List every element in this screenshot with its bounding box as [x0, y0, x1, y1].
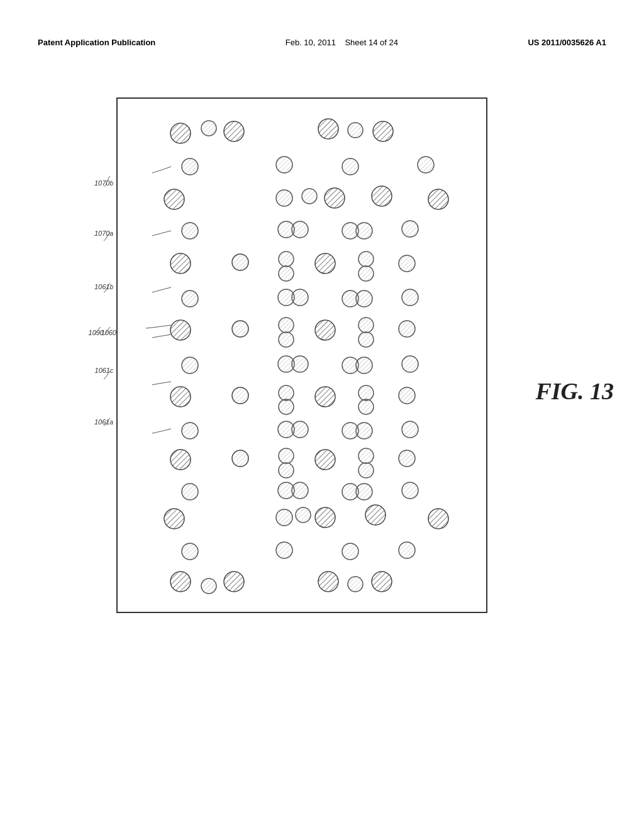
- svg-point-66: [402, 421, 418, 438]
- svg-point-45: [358, 332, 374, 347]
- label-1060: 1060: [101, 329, 116, 336]
- svg-point-43: [315, 320, 335, 340]
- svg-point-12: [418, 157, 434, 173]
- svg-point-15: [302, 189, 317, 204]
- svg-point-37: [356, 290, 372, 307]
- svg-point-73: [358, 463, 374, 478]
- label-1061a: 1061a: [94, 418, 113, 426]
- svg-point-92: [201, 578, 216, 594]
- svg-point-77: [292, 482, 308, 499]
- svg-point-13: [164, 189, 184, 209]
- svg-point-90: [399, 542, 415, 558]
- svg-point-7: [348, 123, 363, 138]
- label-1061c: 1061c: [95, 367, 113, 374]
- svg-point-63: [292, 421, 308, 438]
- svg-point-93: [224, 572, 244, 592]
- svg-point-67: [170, 450, 191, 470]
- svg-point-88: [276, 542, 292, 558]
- figure-container: [116, 97, 487, 613]
- svg-point-72: [358, 448, 374, 463]
- svg-point-53: [170, 387, 191, 407]
- svg-point-60: [399, 387, 415, 404]
- svg-point-79: [356, 484, 372, 500]
- svg-point-21: [292, 221, 308, 238]
- nodes-diagram: [118, 99, 487, 613]
- svg-point-42: [279, 332, 294, 347]
- svg-point-30: [358, 252, 374, 267]
- svg-point-74: [399, 450, 415, 467]
- svg-point-54: [232, 387, 248, 404]
- header-sheet: Sheet 14 of 24: [345, 38, 398, 47]
- svg-point-65: [356, 423, 372, 439]
- svg-point-57: [315, 387, 335, 407]
- svg-point-86: [428, 509, 448, 529]
- svg-point-69: [279, 448, 294, 463]
- header-date: Feb. 10, 2011: [286, 38, 336, 47]
- header-publication-type: Patent Application Publication: [38, 38, 155, 47]
- svg-point-96: [372, 572, 392, 592]
- svg-point-94: [318, 572, 338, 592]
- svg-point-70: [279, 463, 294, 478]
- label-1061b: 1061b: [94, 283, 113, 290]
- svg-point-51: [356, 357, 372, 374]
- svg-point-85: [365, 505, 386, 525]
- svg-point-52: [402, 356, 418, 372]
- svg-point-18: [428, 189, 448, 209]
- svg-point-26: [232, 254, 248, 270]
- svg-point-25: [170, 253, 191, 274]
- svg-point-58: [358, 385, 374, 401]
- svg-point-81: [164, 509, 184, 529]
- svg-point-87: [182, 543, 198, 560]
- svg-point-9: [182, 158, 198, 175]
- svg-point-44: [358, 318, 374, 333]
- svg-point-82: [276, 509, 292, 526]
- svg-point-80: [402, 482, 418, 499]
- svg-point-8: [373, 121, 393, 141]
- svg-point-29: [315, 253, 335, 274]
- svg-point-91: [170, 572, 191, 592]
- svg-point-39: [170, 320, 191, 340]
- svg-point-95: [348, 577, 363, 592]
- svg-point-23: [356, 223, 372, 239]
- svg-point-59: [358, 399, 374, 414]
- svg-point-61: [182, 423, 198, 439]
- figure-label: FIG. 13: [535, 377, 614, 405]
- label-1070b: 1070b: [94, 179, 113, 187]
- svg-point-14: [276, 190, 292, 206]
- svg-point-84: [315, 507, 335, 528]
- svg-point-19: [182, 223, 198, 239]
- svg-point-24: [402, 221, 418, 237]
- svg-point-33: [182, 290, 198, 307]
- svg-point-5: [224, 121, 244, 141]
- svg-point-71: [315, 450, 335, 470]
- page-header: Patent Application Publication Feb. 10, …: [0, 38, 644, 47]
- svg-point-83: [296, 507, 311, 523]
- svg-point-47: [182, 357, 198, 374]
- svg-point-56: [279, 399, 294, 414]
- svg-point-40: [232, 321, 248, 337]
- svg-point-17: [372, 186, 392, 206]
- header-patent-number: US 2011/0035626 A1: [528, 38, 606, 47]
- svg-point-3: [170, 123, 191, 143]
- svg-point-35: [292, 289, 308, 306]
- svg-point-49: [292, 356, 308, 372]
- svg-point-4: [201, 121, 216, 136]
- svg-point-46: [399, 321, 415, 337]
- svg-point-16: [325, 188, 345, 208]
- header-date-sheet: Feb. 10, 2011 Sheet 14 of 24: [286, 38, 398, 47]
- svg-point-28: [279, 266, 294, 281]
- svg-point-6: [318, 119, 338, 139]
- svg-point-27: [279, 252, 294, 267]
- svg-point-38: [402, 289, 418, 306]
- svg-point-55: [279, 385, 294, 401]
- svg-point-31: [358, 266, 374, 281]
- svg-point-68: [232, 450, 248, 467]
- svg-point-10: [276, 157, 292, 173]
- svg-point-11: [342, 158, 358, 175]
- label-1070a: 1070a: [94, 230, 113, 237]
- figure-labels: 1070b 1070a 1061b 1090 1060 1061c 1061a: [44, 97, 116, 613]
- svg-point-32: [399, 255, 415, 272]
- svg-point-89: [342, 543, 358, 560]
- svg-point-41: [279, 318, 294, 333]
- svg-point-75: [182, 484, 198, 500]
